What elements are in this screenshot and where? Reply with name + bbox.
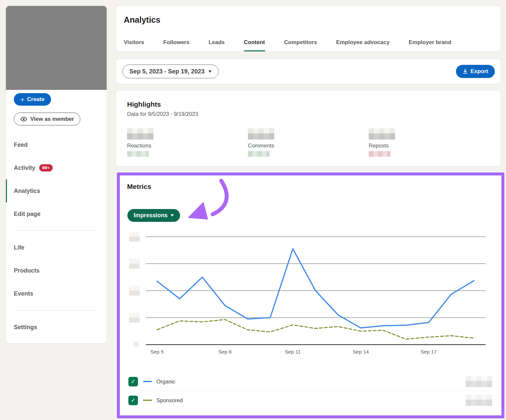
company-logo-placeholder — [6, 6, 107, 90]
tab-competitors[interactable]: Competitors — [284, 39, 317, 51]
page-title: Analytics — [116, 6, 501, 25]
metrics-title: Metrics — [127, 183, 151, 191]
create-button[interactable]: + Create — [14, 93, 51, 106]
sidebar-item-label: Edit page — [14, 211, 40, 218]
sidebar-item-label: Events — [14, 290, 33, 297]
legend-row-organic: ✓ Organic — [128, 372, 492, 391]
sidebar-item-activity[interactable]: Activity 99+ — [6, 156, 107, 179]
metric-label: Comments — [248, 143, 369, 149]
sidebar-item-label: Settings — [14, 324, 37, 331]
redacted-legend-value — [466, 376, 492, 387]
sidebar: + Create View as member Feed Activity 99… — [6, 6, 107, 343]
caret-down-icon — [171, 214, 174, 217]
redacted-trend-chip — [127, 151, 149, 157]
sidebar-item-products[interactable]: Products — [6, 259, 107, 282]
svg-text:Sep 11: Sep 11 — [285, 349, 301, 354]
highlight-metric-comments: Comments — [248, 128, 369, 157]
create-button-label: Create — [27, 96, 44, 103]
metric-selector-label: Impressions — [134, 212, 168, 219]
tab-content[interactable]: Content — [244, 39, 265, 51]
highlight-metric-reactions: Reactions — [127, 128, 248, 157]
tab-employee-advocacy[interactable]: Employee advocacy — [336, 39, 390, 51]
svg-text:Sep 5: Sep 5 — [150, 349, 164, 354]
sidebar-item-feed[interactable]: Feed — [6, 133, 107, 156]
redacted-value-block — [369, 128, 395, 140]
highlights-title: Highlights — [127, 100, 490, 108]
view-as-member-label: View as member — [30, 116, 74, 122]
highlights-metrics-row: Reactions Comments Reposts — [127, 128, 490, 157]
tab-visitors[interactable]: Visitors — [124, 39, 144, 51]
tab-leads[interactable]: Leads — [208, 39, 225, 51]
highlights-subtitle: Data for 9/5/2023 - 9/19/2023 — [127, 111, 490, 117]
date-range-dropdown[interactable]: Sep 5, 2023 - Sep 19, 2023 — [122, 65, 219, 78]
highlights-card: Highlights Data for 9/5/2023 - 9/19/2023… — [116, 91, 501, 166]
tab-employer-brand[interactable]: Employer brand — [409, 39, 451, 51]
sidebar-body: + Create View as member Feed Activity 99… — [6, 90, 107, 339]
view-as-member-button[interactable]: View as member — [14, 113, 80, 125]
eye-icon — [20, 117, 27, 121]
plus-icon: + — [20, 96, 24, 103]
redacted-trend-chip — [369, 151, 390, 157]
metric-selector-dropdown[interactable]: Impressions — [127, 209, 180, 222]
purple-annotation-arrow — [179, 175, 237, 225]
svg-text:Sep 14: Sep 14 — [353, 349, 369, 354]
export-button[interactable]: Export — [456, 65, 495, 78]
sidebar-item-analytics[interactable]: Analytics — [6, 179, 107, 202]
sidebar-divider — [14, 310, 99, 310]
sidebar-item-label: Feed — [14, 142, 28, 148]
date-range-label: Sep 5, 2023 - Sep 19, 2023 — [129, 68, 204, 75]
tab-followers[interactable]: Followers — [163, 39, 189, 51]
redacted-trend-chip — [248, 151, 270, 157]
sidebar-divider — [14, 230, 99, 231]
redacted-value-block — [248, 128, 274, 140]
sidebar-item-settings[interactable]: Settings — [6, 316, 107, 339]
caret-down-icon — [208, 70, 212, 73]
sidebar-item-label: Life — [14, 244, 24, 251]
organic-checkbox-checked[interactable]: ✓ — [128, 377, 138, 386]
redacted-value-block — [127, 128, 153, 140]
legend-label: Organic — [156, 379, 175, 385]
download-icon — [463, 69, 468, 74]
analytics-tabs: Visitors Followers Leads Content Competi… — [124, 39, 493, 51]
metrics-card-highlighted: Metrics Impressions Sep 5Sep 8Sep 11Sep … — [117, 172, 504, 418]
legend-label: Sponsored — [156, 397, 183, 404]
metric-label: Reposts — [369, 143, 490, 149]
metrics-line-chart: Sep 5Sep 8Sep 11Sep 14Sep 17 — [125, 227, 494, 359]
export-label: Export — [470, 68, 488, 75]
highlight-metric-reposts: Reposts — [369, 128, 490, 157]
sidebar-menu: Feed Activity 99+ Analytics Edit page Li… — [6, 133, 107, 339]
svg-text:Sep 17: Sep 17 — [420, 349, 437, 354]
sidebar-item-label: Analytics — [14, 188, 40, 195]
legend-row-sponsored: ✓ Sponsored — [128, 391, 492, 409]
toolbar-card: Sep 5, 2023 - Sep 19, 2023 Export — [116, 59, 501, 84]
organic-line-swatch — [143, 381, 152, 382]
metric-label: Reactions — [127, 143, 248, 149]
sidebar-item-label: Activity — [14, 165, 35, 171]
sidebar-item-life[interactable]: Life — [6, 236, 107, 259]
sidebar-item-label: Products — [14, 267, 40, 274]
page: + Create View as member Feed Activity 99… — [0, 0, 506, 420]
sponsored-checkbox-checked[interactable]: ✓ — [128, 396, 138, 405]
sidebar-item-edit-page[interactable]: Edit page — [6, 202, 107, 225]
metrics-chart-area: Sep 5Sep 8Sep 11Sep 14Sep 17 — [125, 227, 494, 360]
activity-badge: 99+ — [39, 164, 53, 171]
analytics-header-card: Analytics Visitors Followers Leads Conte… — [116, 6, 501, 51]
sidebar-item-events[interactable]: Events — [6, 282, 107, 305]
redacted-legend-value — [466, 395, 492, 406]
svg-text:Sep 8: Sep 8 — [218, 349, 232, 354]
sponsored-line-swatch — [143, 400, 152, 401]
chart-legend: ✓ Organic ✓ Sponsored — [128, 372, 492, 409]
